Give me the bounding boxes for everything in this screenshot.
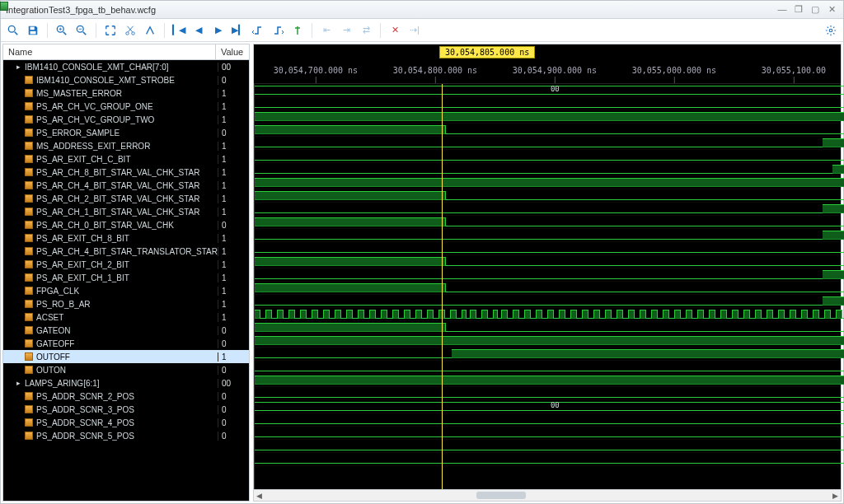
signal-value: 1 xyxy=(218,194,249,203)
waveform-row[interactable] xyxy=(254,282,841,295)
timeline-ruler[interactable]: 30,054,805.000 ns 30,054,700.000 ns30,05… xyxy=(254,44,841,84)
waveform-row[interactable] xyxy=(254,268,841,282)
signal-row[interactable]: PS_ADDR_SCNR_3_POS0 xyxy=(3,403,249,416)
waveform-body[interactable]: 0000 xyxy=(254,84,841,489)
waveform-row[interactable] xyxy=(254,387,841,400)
waveform-row[interactable]: 00 xyxy=(254,84,841,97)
signal-row[interactable]: OUTOFF1 xyxy=(3,350,249,363)
waveform-row[interactable] xyxy=(254,216,841,229)
signal-icon xyxy=(25,155,33,163)
column-header-name[interactable]: Name xyxy=(3,44,216,59)
waveform-row[interactable]: 00 xyxy=(254,400,841,413)
next-marker-icon[interactable]: ⇥ xyxy=(337,21,355,40)
signal-row[interactable]: PS_AR_CH_4_BIT_STAR_TRANSLATOR_STAR1 xyxy=(3,245,249,258)
signal-row[interactable]: OUTON0 xyxy=(3,363,249,376)
signal-row[interactable]: PS_AR_CH_VC_GROUP_ONE1 xyxy=(3,100,249,113)
signal-row[interactable]: MS_MASTER_ERROR1 xyxy=(3,86,249,100)
goto-icon[interactable]: ⇢| xyxy=(406,21,424,40)
waveform-row[interactable] xyxy=(254,321,841,334)
signal-row[interactable]: FPGA_CLK1 xyxy=(3,284,249,297)
scroll-left-icon[interactable]: ◀ xyxy=(254,490,265,501)
signal-row[interactable]: PS_AR_EXIT_CH_8_BIT1 xyxy=(3,231,249,245)
waveform-row[interactable] xyxy=(254,453,841,466)
signal-row[interactable]: GATEON0 xyxy=(3,324,249,337)
signal-row[interactable]: PS_AR_CH_VC_GROUP_TWO1 xyxy=(3,113,249,126)
prev-icon[interactable]: ◀ xyxy=(190,21,208,40)
waveform-row[interactable] xyxy=(254,163,841,176)
waveform-row[interactable] xyxy=(254,242,841,255)
waveform-row[interactable] xyxy=(254,229,841,242)
waveform-row[interactable] xyxy=(254,124,841,137)
expand-icon[interactable]: ▸ xyxy=(15,63,21,71)
signal-row[interactable]: PS_AR_EXIT_CH_1_BIT1 xyxy=(3,271,249,284)
signal-row[interactable]: PS_AR_CH_8_BIT_STAR_VAL_CHK_STAR1 xyxy=(3,166,249,179)
horizontal-scrollbar[interactable]: ◀ ▶ xyxy=(254,489,841,501)
delete-icon[interactable]: ✕ xyxy=(386,21,404,40)
signal-row[interactable]: PS_ERROR_SAMPLE0 xyxy=(3,126,249,139)
signal-row[interactable]: PS_AR_CH_4_BIT_STAR_VAL_CHK_STAR1 xyxy=(3,179,249,192)
expand-icon[interactable]: ▸ xyxy=(15,379,21,387)
waveform-row[interactable] xyxy=(254,308,841,321)
waveform-row[interactable] xyxy=(254,97,841,110)
waveform-row[interactable] xyxy=(254,374,841,387)
signal-row[interactable]: MS_ADDRESS_EXIT_ERROR1 xyxy=(3,139,249,152)
signal-row[interactable]: IBM1410_CONSOLE_XMT_STROBE0 xyxy=(3,73,249,86)
signal-row[interactable]: PS_ADDR_SCNR_2_POS0 xyxy=(3,390,249,403)
scrollbar-thumb[interactable] xyxy=(476,492,526,499)
restore-icon[interactable]: ❐ xyxy=(792,4,805,15)
waveform-row[interactable] xyxy=(254,348,841,361)
waveform-row[interactable] xyxy=(254,110,841,124)
signal-row[interactable]: PS_AR_CH_0_BIT_STAR_VAL_CHK0 xyxy=(3,218,249,231)
signal-icon xyxy=(25,339,33,348)
minimize-icon[interactable]: — xyxy=(776,4,789,15)
signal-row[interactable]: PS_ADDR_SCNR_5_POS0 xyxy=(3,429,249,442)
zoom-fit-icon[interactable] xyxy=(101,21,120,40)
waveform-panel[interactable]: 30,054,805.000 ns 30,054,700.000 ns30,05… xyxy=(253,44,842,502)
save-icon[interactable] xyxy=(24,21,42,40)
zoom-out-icon[interactable] xyxy=(73,21,91,40)
waveform-row[interactable] xyxy=(254,361,841,374)
signal-row[interactable]: PS_AR_EXIT_CH_2_BIT1 xyxy=(3,258,249,271)
close-icon[interactable]: ✕ xyxy=(825,4,838,15)
add-marker-icon[interactable] xyxy=(288,21,307,40)
signal-row[interactable]: PS_AR_CH_2_BIT_STAR_VAL_CHK_STAR1 xyxy=(3,192,249,205)
prev-edge-icon[interactable] xyxy=(249,21,267,40)
signal-row[interactable]: ▸LAMPS_ARING[6:1]00 xyxy=(3,376,249,390)
signal-row[interactable]: PS_AR_EXIT_CH_C_BIT1 xyxy=(3,152,249,166)
column-header-value[interactable]: Value xyxy=(216,44,249,59)
waveform-row[interactable] xyxy=(254,176,841,189)
waveform-row[interactable] xyxy=(254,334,841,348)
signal-icon xyxy=(25,287,33,295)
last-icon[interactable]: ▶▎ xyxy=(229,21,247,40)
swap-icon[interactable]: ⇄ xyxy=(357,21,375,40)
waveform-row[interactable] xyxy=(254,189,841,203)
next-icon[interactable]: ▶ xyxy=(209,21,227,40)
maximize-icon[interactable]: ▢ xyxy=(809,4,822,15)
scroll-right-icon[interactable]: ▶ xyxy=(829,490,841,501)
cut-icon[interactable] xyxy=(121,21,139,40)
waveform-row[interactable] xyxy=(254,427,841,440)
waveform-row[interactable] xyxy=(254,295,841,308)
waveform-row[interactable] xyxy=(254,203,841,216)
waveform-row[interactable] xyxy=(254,137,841,150)
settings-icon[interactable] xyxy=(822,21,840,40)
signal-row[interactable]: GATEOFF0 xyxy=(3,337,249,350)
prev-marker-icon[interactable]: ⇤ xyxy=(317,21,335,40)
signal-row[interactable]: PS_ADDR_SCNR_4_POS0 xyxy=(3,416,249,429)
signal-row[interactable]: PS_RO_B_AR1 xyxy=(3,297,249,310)
waveform-row[interactable] xyxy=(254,255,841,268)
next-edge-icon[interactable] xyxy=(269,21,287,40)
cursor-time-flag[interactable]: 30,054,805.000 ns xyxy=(439,46,535,58)
signal-icon xyxy=(25,326,33,334)
signal-row[interactable]: ACSET1 xyxy=(3,310,249,324)
waveform-row[interactable] xyxy=(254,413,841,427)
zoom-in-icon[interactable] xyxy=(53,21,71,40)
signal-row[interactable]: PS_AR_CH_1_BIT_STAR_VAL_CHK_STAR1 xyxy=(3,205,249,218)
search-icon[interactable] xyxy=(4,21,22,40)
signal-row[interactable]: ▸IBM1410_CONSOLE_XMT_CHAR[7:0]00 xyxy=(3,60,249,73)
cursor-line[interactable] xyxy=(442,84,443,489)
snap-icon[interactable] xyxy=(141,21,159,40)
waveform-row[interactable] xyxy=(254,440,841,453)
waveform-row[interactable] xyxy=(254,150,841,163)
first-icon[interactable]: ▎◀ xyxy=(170,21,188,40)
